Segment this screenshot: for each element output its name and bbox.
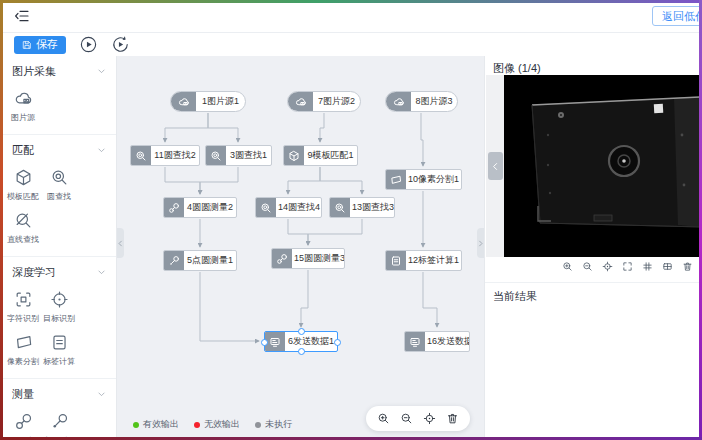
flow-edge <box>200 167 238 194</box>
measure-cc-icon <box>14 412 33 431</box>
trash-icon[interactable] <box>682 261 693 272</box>
legend-item: 无效输出 <box>194 418 240 431</box>
grid-icon[interactable] <box>642 261 653 272</box>
doc-icon <box>390 255 402 267</box>
flow-node[interactable]: 7图片源2 <box>287 91 361 112</box>
tool-label: 圆圆测量 <box>7 435 39 440</box>
menu-fold-icon[interactable] <box>14 8 30 24</box>
tool-item[interactable]: 标签计算 <box>41 333 77 367</box>
tool-item[interactable]: 圆查找 <box>41 168 77 202</box>
node-label: 13圆查找3 <box>350 198 394 217</box>
zoom-out-icon[interactable] <box>582 261 593 272</box>
node-icon-box <box>164 251 184 270</box>
save-label: 保存 <box>36 37 58 52</box>
fullscreen-icon[interactable] <box>622 261 633 272</box>
tool-item[interactable]: 像素分割 <box>5 333 41 367</box>
trash-icon[interactable] <box>446 412 459 425</box>
node-handle[interactable] <box>298 328 305 335</box>
node-label: 6发送数据1 <box>285 332 337 351</box>
flow-node[interactable]: 12标签计算1 <box>385 250 462 271</box>
flow-edge <box>200 272 259 341</box>
tool-item[interactable]: 圆圆测量 <box>5 412 41 440</box>
legend-label: 未执行 <box>265 418 292 431</box>
flow-node[interactable]: 16发送数据2 <box>404 331 470 352</box>
sidebar-collapse-handle[interactable] <box>117 228 124 258</box>
flow-node[interactable]: 8图片源3 <box>385 91 458 112</box>
node-icon-box <box>288 92 313 111</box>
zoom-in-icon[interactable] <box>377 412 390 425</box>
sidebar-section: 匹配模板匹配圆查找直线查找 <box>0 135 116 257</box>
tool-item[interactable]: 点圆测量 <box>41 412 77 440</box>
inspection-image[interactable] <box>504 75 702 257</box>
section-title: 测量 <box>12 387 34 402</box>
tool-item[interactable]: 直线查找 <box>5 211 41 245</box>
node-label: 10像素分割1 <box>406 170 461 189</box>
section-header[interactable]: 图片采集 <box>0 62 116 81</box>
flow-node[interactable]: 1图片源1 <box>170 91 246 112</box>
legend-label: 无效输出 <box>204 418 240 431</box>
run-button[interactable] <box>79 35 98 54</box>
find-circle-icon <box>260 202 272 214</box>
tool-label: 图片源 <box>11 112 35 123</box>
save-button[interactable]: 保存 <box>14 36 66 54</box>
flow-edge <box>288 219 308 245</box>
flow-edge <box>208 113 238 142</box>
tool-item[interactable]: 目标识别 <box>41 290 77 324</box>
section-header[interactable]: 测量 <box>0 385 116 404</box>
section-header[interactable]: 匹配 <box>0 141 116 160</box>
ocr-icon <box>14 290 33 309</box>
node-handle[interactable] <box>334 339 341 346</box>
replay-icon <box>111 35 130 54</box>
chevron-left-icon <box>491 162 500 171</box>
node-label: 7图片源2 <box>313 92 360 111</box>
locate-icon[interactable] <box>602 261 613 272</box>
node-handle[interactable] <box>261 339 268 346</box>
send-icon <box>269 336 281 348</box>
flow-node[interactable]: 10像素分割1 <box>385 169 462 190</box>
status-legend: 有效输出无效输出未执行 <box>133 418 292 431</box>
measure-cc-icon <box>168 202 180 214</box>
target-icon <box>50 290 69 309</box>
run-loop-button[interactable] <box>111 35 130 54</box>
tool-item[interactable]: 图片源 <box>5 89 41 123</box>
flow-node[interactable]: 11圆查找2 <box>130 145 200 166</box>
zoom-in-icon[interactable] <box>562 261 573 272</box>
zoom-out-icon[interactable] <box>400 412 413 425</box>
flow-node[interactable]: 13圆查找3 <box>329 197 395 218</box>
prev-image-button[interactable] <box>488 152 503 180</box>
image-nav-strip <box>486 75 504 257</box>
node-label: 15圆圆测量3 <box>292 249 344 268</box>
find-circle-icon <box>334 202 346 214</box>
back-to-lowcode-button[interactable]: 返回低代 <box>652 6 702 26</box>
cube-icon <box>14 168 33 187</box>
flow-canvas[interactable]: 1图片源17图片源28图片源311圆查找23圆查找19模板匹配110像素分割14… <box>117 56 484 440</box>
flow-edge <box>165 113 208 142</box>
cube-icon <box>288 150 300 162</box>
flow-node[interactable]: 5点圆测量1 <box>163 250 237 271</box>
locate-icon[interactable] <box>423 412 436 425</box>
tool-item[interactable]: 字符识别 <box>5 290 41 324</box>
node-icon-box <box>386 170 406 189</box>
node-label: 9模板匹配1 <box>304 146 357 165</box>
node-label: 16发送数据2 <box>425 332 469 351</box>
node-icon-box <box>330 198 350 217</box>
flow-node[interactable]: 3圆查找1 <box>205 145 272 166</box>
tool-item[interactable]: 模板匹配 <box>5 168 41 202</box>
flow-node[interactable]: 9模板匹配1 <box>283 145 358 166</box>
chevron-left-icon <box>117 240 124 247</box>
flow-node[interactable]: 14圆查找4 <box>255 197 322 218</box>
section-header[interactable]: 深度学习 <box>0 263 116 282</box>
panel-collapse-handle[interactable] <box>477 228 484 258</box>
flow-edge <box>423 272 437 327</box>
compare-icon[interactable] <box>662 261 673 272</box>
flow-node[interactable]: 15圆圆测量3 <box>271 248 345 269</box>
chevron-down-icon <box>97 268 106 277</box>
flow-node[interactable]: 4圆圆测量2 <box>163 197 237 218</box>
chevron-down-icon <box>97 67 106 76</box>
main-toolbar: 保存 <box>0 33 702 57</box>
results-title: 当前结果 <box>493 289 537 304</box>
legend-dot <box>133 422 139 428</box>
node-handle[interactable] <box>298 348 305 355</box>
measure-cc-icon <box>276 253 288 265</box>
flow-node[interactable]: 6发送数据1 <box>264 331 338 352</box>
